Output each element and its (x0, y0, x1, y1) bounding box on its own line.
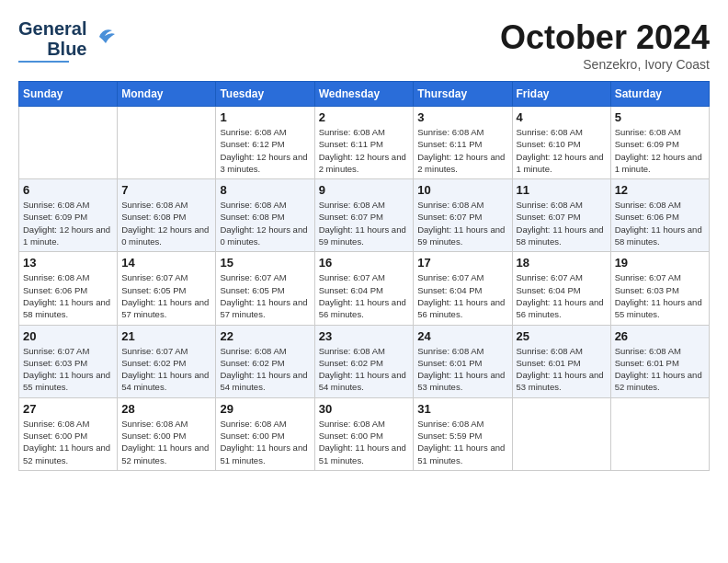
day-number: 29 (220, 402, 310, 416)
day-info: Sunrise: 6:08 AM Sunset: 6:07 PM Dayligh… (417, 199, 507, 247)
day-info: Sunrise: 6:08 AM Sunset: 6:08 PM Dayligh… (121, 199, 211, 247)
logo-general: General (18, 18, 86, 39)
calendar-cell: 3Sunrise: 6:08 AM Sunset: 6:11 PM Daylig… (414, 107, 512, 179)
day-info: Sunrise: 6:07 AM Sunset: 6:04 PM Dayligh… (417, 271, 507, 320)
day-info: Sunrise: 6:08 AM Sunset: 6:07 PM Dayligh… (319, 199, 410, 247)
day-number: 8 (220, 183, 310, 197)
day-number: 20 (23, 329, 113, 343)
day-info: Sunrise: 6:08 AM Sunset: 6:01 PM Dayligh… (615, 345, 705, 394)
day-info: Sunrise: 6:07 AM Sunset: 6:03 PM Dayligh… (23, 345, 113, 394)
calendar-cell: 27Sunrise: 6:08 AM Sunset: 6:00 PM Dayli… (19, 397, 118, 470)
page-header: General Blue October 2024 Senzekro, Ivor… (18, 18, 710, 72)
day-number: 7 (121, 183, 211, 197)
day-number: 13 (23, 256, 113, 270)
day-info: Sunrise: 6:08 AM Sunset: 6:02 PM Dayligh… (319, 345, 410, 394)
day-number: 12 (615, 183, 705, 197)
day-info: Sunrise: 6:08 AM Sunset: 5:59 PM Dayligh… (417, 418, 507, 466)
day-info: Sunrise: 6:07 AM Sunset: 6:04 PM Dayligh… (517, 271, 607, 320)
day-info: Sunrise: 6:08 AM Sunset: 6:12 PM Dayligh… (220, 126, 310, 175)
calendar-cell: 12Sunrise: 6:08 AM Sunset: 6:06 PM Dayli… (610, 179, 709, 252)
weekday-header-thursday: Thursday (414, 82, 512, 107)
week-row-5: 27Sunrise: 6:08 AM Sunset: 6:00 PM Dayli… (19, 397, 710, 470)
day-number: 3 (417, 110, 507, 124)
calendar-cell: 28Sunrise: 6:08 AM Sunset: 6:00 PM Dayli… (118, 397, 216, 470)
week-row-3: 13Sunrise: 6:08 AM Sunset: 6:06 PM Dayli… (19, 252, 710, 325)
logo-bird-icon (92, 23, 119, 54)
day-info: Sunrise: 6:08 AM Sunset: 6:11 PM Dayligh… (417, 126, 507, 175)
day-number: 26 (615, 329, 705, 343)
month-title: October 2024 (500, 18, 710, 57)
calendar-cell: 20Sunrise: 6:07 AM Sunset: 6:03 PM Dayli… (19, 325, 118, 397)
day-number: 1 (220, 110, 310, 124)
calendar-cell: 9Sunrise: 6:08 AM Sunset: 6:07 PM Daylig… (314, 179, 414, 252)
calendar-cell: 17Sunrise: 6:07 AM Sunset: 6:04 PM Dayli… (414, 252, 512, 325)
weekday-header-row: SundayMondayTuesdayWednesdayThursdayFrid… (19, 82, 710, 107)
calendar-cell: 1Sunrise: 6:08 AM Sunset: 6:12 PM Daylig… (216, 107, 314, 179)
weekday-header-monday: Monday (118, 82, 216, 107)
week-row-2: 6Sunrise: 6:08 AM Sunset: 6:09 PM Daylig… (19, 179, 710, 252)
calendar-cell: 18Sunrise: 6:07 AM Sunset: 6:04 PM Dayli… (512, 252, 610, 325)
day-info: Sunrise: 6:08 AM Sunset: 6:09 PM Dayligh… (23, 199, 113, 247)
day-number: 30 (319, 402, 410, 416)
calendar-cell: 24Sunrise: 6:08 AM Sunset: 6:01 PM Dayli… (414, 325, 512, 397)
calendar-cell: 15Sunrise: 6:07 AM Sunset: 6:05 PM Dayli… (216, 252, 314, 325)
calendar-cell: 8Sunrise: 6:08 AM Sunset: 6:08 PM Daylig… (216, 179, 314, 252)
logo: General Blue (18, 18, 119, 63)
calendar-cell: 22Sunrise: 6:08 AM Sunset: 6:02 PM Dayli… (216, 325, 314, 397)
day-info: Sunrise: 6:08 AM Sunset: 6:06 PM Dayligh… (615, 199, 705, 247)
calendar-cell: 10Sunrise: 6:08 AM Sunset: 6:07 PM Dayli… (414, 179, 512, 252)
week-row-1: 1Sunrise: 6:08 AM Sunset: 6:12 PM Daylig… (19, 107, 710, 179)
day-number: 14 (121, 256, 211, 270)
weekday-header-saturday: Saturday (610, 82, 709, 107)
day-number: 19 (615, 256, 705, 270)
day-info: Sunrise: 6:08 AM Sunset: 6:01 PM Dayligh… (517, 345, 607, 394)
calendar-cell: 5Sunrise: 6:08 AM Sunset: 6:09 PM Daylig… (610, 107, 709, 179)
day-number: 10 (417, 183, 507, 197)
day-info: Sunrise: 6:08 AM Sunset: 6:08 PM Dayligh… (220, 199, 310, 247)
day-number: 23 (319, 329, 410, 343)
day-number: 9 (319, 183, 410, 197)
calendar-cell: 21Sunrise: 6:07 AM Sunset: 6:02 PM Dayli… (118, 325, 216, 397)
day-info: Sunrise: 6:07 AM Sunset: 6:03 PM Dayligh… (615, 271, 705, 320)
weekday-header-wednesday: Wednesday (314, 82, 414, 107)
calendar-cell (610, 397, 709, 470)
calendar-cell: 7Sunrise: 6:08 AM Sunset: 6:08 PM Daylig… (118, 179, 216, 252)
day-info: Sunrise: 6:08 AM Sunset: 6:00 PM Dayligh… (220, 418, 310, 466)
calendar-cell: 2Sunrise: 6:08 AM Sunset: 6:11 PM Daylig… (314, 107, 414, 179)
calendar-cell: 29Sunrise: 6:08 AM Sunset: 6:00 PM Dayli… (216, 397, 314, 470)
day-info: Sunrise: 6:07 AM Sunset: 6:04 PM Dayligh… (319, 271, 410, 320)
calendar-table: SundayMondayTuesdayWednesdayThursdayFrid… (18, 81, 710, 471)
day-info: Sunrise: 6:08 AM Sunset: 6:09 PM Dayligh… (615, 126, 705, 175)
logo-underline (18, 61, 69, 63)
calendar-cell: 19Sunrise: 6:07 AM Sunset: 6:03 PM Dayli… (610, 252, 709, 325)
day-info: Sunrise: 6:07 AM Sunset: 6:05 PM Dayligh… (121, 271, 211, 320)
day-info: Sunrise: 6:08 AM Sunset: 6:06 PM Dayligh… (23, 271, 113, 320)
day-number: 18 (517, 256, 607, 270)
calendar-cell: 30Sunrise: 6:08 AM Sunset: 6:00 PM Dayli… (314, 397, 414, 470)
day-info: Sunrise: 6:07 AM Sunset: 6:02 PM Dayligh… (121, 345, 211, 394)
calendar-cell: 14Sunrise: 6:07 AM Sunset: 6:05 PM Dayli… (118, 252, 216, 325)
day-number: 5 (615, 110, 705, 124)
day-number: 16 (319, 256, 410, 270)
calendar-cell: 16Sunrise: 6:07 AM Sunset: 6:04 PM Dayli… (314, 252, 414, 325)
day-number: 28 (121, 402, 211, 416)
calendar-cell: 26Sunrise: 6:08 AM Sunset: 6:01 PM Dayli… (610, 325, 709, 397)
calendar-cell: 13Sunrise: 6:08 AM Sunset: 6:06 PM Dayli… (19, 252, 118, 325)
day-number: 24 (417, 329, 507, 343)
calendar-cell: 25Sunrise: 6:08 AM Sunset: 6:01 PM Dayli… (512, 325, 610, 397)
calendar-cell: 4Sunrise: 6:08 AM Sunset: 6:10 PM Daylig… (512, 107, 610, 179)
day-info: Sunrise: 6:08 AM Sunset: 6:00 PM Dayligh… (23, 418, 113, 466)
day-number: 31 (417, 402, 507, 416)
day-number: 4 (517, 110, 607, 124)
day-info: Sunrise: 6:08 AM Sunset: 6:01 PM Dayligh… (417, 345, 507, 394)
day-number: 25 (517, 329, 607, 343)
day-info: Sunrise: 6:08 AM Sunset: 6:00 PM Dayligh… (319, 418, 410, 466)
week-row-4: 20Sunrise: 6:07 AM Sunset: 6:03 PM Dayli… (19, 325, 710, 397)
day-number: 17 (417, 256, 507, 270)
calendar-cell: 11Sunrise: 6:08 AM Sunset: 6:07 PM Dayli… (512, 179, 610, 252)
location-subtitle: Senzekro, Ivory Coast (500, 57, 710, 72)
weekday-header-sunday: Sunday (19, 82, 118, 107)
weekday-header-tuesday: Tuesday (216, 82, 314, 107)
calendar-cell: 6Sunrise: 6:08 AM Sunset: 6:09 PM Daylig… (19, 179, 118, 252)
calendar-cell: 23Sunrise: 6:08 AM Sunset: 6:02 PM Dayli… (314, 325, 414, 397)
